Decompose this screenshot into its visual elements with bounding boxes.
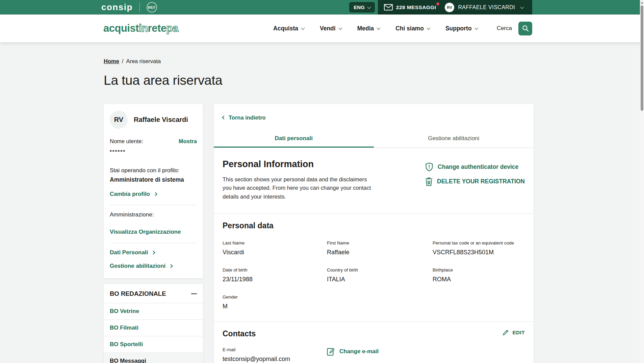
consip-logo[interactable]: consip — [101, 2, 133, 12]
search-icon — [522, 25, 529, 32]
mef-logo[interactable]: MEF — [147, 2, 157, 12]
main-panel: Torna indietro Dati personali Gestione a… — [214, 104, 534, 363]
chevron-right-icon — [153, 192, 157, 196]
shield-icon — [425, 162, 433, 172]
field-label: Date of birth — [223, 267, 327, 273]
breadcrumb-home-link[interactable]: Home — [104, 58, 119, 64]
brand-outline-1: in — [139, 22, 148, 34]
collapse-icon[interactable] — [191, 293, 197, 294]
change-profile-link[interactable]: Cambia profilo — [110, 191, 157, 198]
administration-label: Amministrazione: — [110, 211, 197, 218]
view-organization-link[interactable]: Visualizza Organizzazione — [110, 229, 181, 235]
field-label: Gender — [223, 294, 327, 300]
field-value: M — [223, 303, 327, 310]
scrollbar-thumb[interactable] — [641, 5, 643, 111]
profile-role: Amministratore di sistema — [110, 176, 197, 183]
scroll-up-arrow-icon[interactable] — [641, 1, 643, 4]
field-first-name: First Name Raffaele — [327, 240, 433, 256]
sidebar: RV Raffaele Viscardi Nome utente: Mostra… — [104, 104, 203, 363]
permissions-link[interactable]: Gestione abilitazioni — [110, 263, 172, 269]
nav-item-supporto[interactable]: Supporto — [445, 25, 478, 32]
back-label: Torna indietro — [229, 114, 266, 121]
top-bar: consip MEF ENG 228 MESSAGGI RV RAFFAELE … — [0, 0, 644, 15]
change-authenticator-link[interactable]: Change authenticator device — [425, 162, 518, 172]
nav-item-acquista[interactable]: Acquista — [273, 25, 304, 32]
change-email-label: Change e-mail — [339, 348, 379, 355]
contacts-grid: E-mail testconsip@yopmail.com Change e-m… — [223, 347, 525, 363]
user-menu[interactable]: RV RAFFAELE VISCARDI — [445, 0, 532, 15]
nav-menu: Acquista Vendi Media Chi siamo Supporto — [273, 25, 478, 32]
pencil-icon — [502, 329, 509, 336]
trash-icon — [425, 177, 433, 186]
tab-dati-personali[interactable]: Dati personali — [214, 130, 374, 148]
nav-item-chi-siamo[interactable]: Chi siamo — [395, 25, 430, 32]
user-name: RAFFAELE VISCARDI — [458, 4, 515, 10]
chevron-down-icon — [427, 26, 430, 30]
chevron-down-icon — [367, 5, 371, 8]
bo-card-header: BO REDAZIONALE — [104, 284, 203, 303]
chevron-down-icon — [301, 26, 305, 30]
personal-data-grid: Last Name Viscardi First Name Raffaele P… — [223, 240, 525, 310]
nav-item-vendi[interactable]: Vendi — [320, 25, 342, 32]
nav-item-label: Chi siamo — [395, 25, 424, 32]
personal-data-link[interactable]: Dati Personali — [110, 249, 155, 256]
scrollbar[interactable] — [640, 0, 644, 363]
logo-divider — [139, 3, 140, 12]
brand-outline-2: pa — [166, 22, 178, 34]
bo-card-title: BO REDAZIONALE — [110, 290, 166, 297]
field-value: Raffaele — [327, 249, 433, 256]
personal-information-description: This section shows your personal data an… — [223, 175, 375, 201]
show-username-button[interactable]: Mostra — [179, 138, 197, 145]
change-email-cell: Change e-mail — [327, 347, 525, 363]
sidebar-item-bo-filmati[interactable]: BO Filmati — [104, 319, 203, 336]
avatar: RV — [110, 111, 128, 129]
field-email: E-mail testconsip@yopmail.com — [223, 347, 327, 363]
field-birthplace: Birthplace ROMA — [433, 267, 525, 283]
field-label: Birthplace — [433, 267, 525, 273]
username-label: Nome utente: — [110, 138, 143, 145]
chevron-down-icon — [520, 5, 524, 8]
acquistinretepa-logo[interactable]: acquistinretepa — [103, 22, 178, 34]
change-profile-label: Cambia profilo — [110, 191, 150, 198]
topbar-actions: ENG 228 MESSAGGI RV RAFFAELE VISCARDI — [349, 0, 532, 15]
edit-contacts-button[interactable]: EDIT — [502, 329, 525, 336]
language-selector[interactable]: ENG — [349, 2, 375, 12]
sidebar-item-bo-sportelli[interactable]: BO Sportelli — [104, 336, 203, 353]
delete-registration-link[interactable]: DELETE YOUR REGISTRATION — [425, 177, 525, 186]
brand-solid-1: acquist — [103, 22, 139, 34]
personal-information-section: Personal Information This section shows … — [214, 148, 534, 214]
nav-item-label: Media — [357, 25, 374, 32]
sidebar-item-bo-vetrine[interactable]: BO Vetrine — [104, 303, 203, 319]
username-row: Nome utente: Mostra — [110, 138, 197, 145]
back-link[interactable]: Torna indietro — [223, 114, 266, 121]
breadcrumb-separator: / — [122, 58, 124, 64]
messages-button[interactable]: 228 MESSAGGI — [378, 0, 445, 15]
field-label: First Name — [327, 240, 433, 245]
sidebar-item-bo-messaggi[interactable]: BO Messaggi — [104, 353, 203, 363]
chevron-down-icon — [474, 26, 478, 30]
delete-registration-label: DELETE YOUR REGISTRATION — [437, 178, 525, 185]
search-label: Cerca — [497, 25, 512, 32]
change-email-link[interactable]: Change e-mail — [327, 347, 525, 356]
divider — [110, 243, 197, 243]
contacts-section: Contacts EDIT E-mail testconsip@yopmail.… — [214, 322, 534, 363]
field-value: VSCRFL88S23H501M — [433, 249, 525, 256]
change-authenticator-label: Change authenticator device — [438, 163, 518, 171]
field-value: 23/11/1988 — [223, 276, 327, 283]
field-value: Viscardi — [223, 249, 327, 256]
field-label: Country of birth — [327, 267, 433, 273]
field-label: Last Name — [223, 240, 327, 245]
chevron-down-icon — [377, 26, 381, 30]
profile-intro: Stai operando con il profilo: — [110, 167, 197, 174]
view-organization-row: Visualizza Organizzazione — [110, 229, 197, 235]
personal-information-actions: Change authenticator device DELETE YOUR … — [425, 159, 525, 201]
chevron-right-icon — [152, 251, 155, 254]
search-button[interactable] — [518, 22, 532, 35]
main-navbar: acquistinretepa Acquista Vendi Media Chi… — [0, 15, 644, 42]
unread-badge — [436, 2, 439, 5]
breadcrumb-current: Area riservata — [126, 58, 161, 64]
personal-data-row: Dati Personali — [110, 249, 197, 256]
breadcrumb: Home / Area riservata — [104, 58, 534, 64]
tab-gestione-abilitazioni[interactable]: Gestione abilitazioni — [374, 130, 534, 148]
nav-item-media[interactable]: Media — [357, 25, 380, 32]
